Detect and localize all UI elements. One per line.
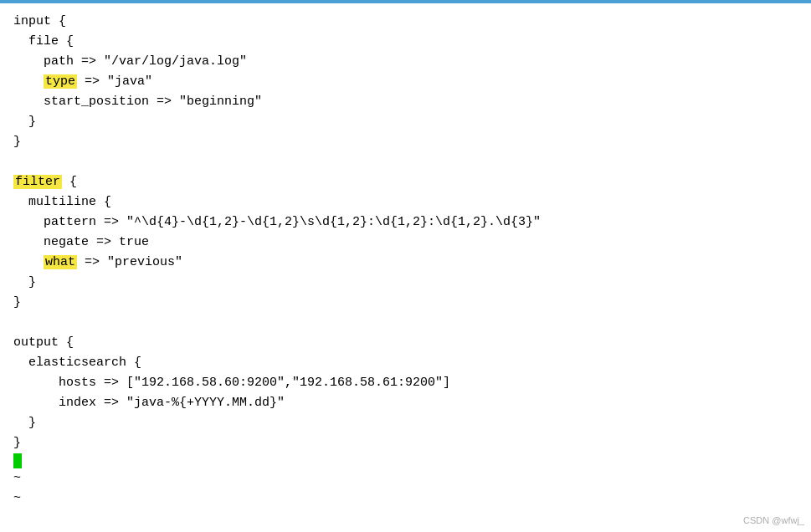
code-line-22: }	[13, 433, 798, 453]
watermark: CSDN @wfwj_	[743, 515, 804, 525]
code-line-10: multiline {	[13, 192, 798, 212]
code-line-20: index => "java-%{+YYYY.MM.dd}"	[13, 393, 798, 413]
code-line-9: filter {	[13, 172, 798, 192]
code-line-3: path => "/var/log/java.log"	[13, 52, 798, 72]
code-text: what => "previous"	[13, 253, 182, 273]
code-line-14: }	[13, 273, 798, 293]
code-text: }	[13, 293, 21, 313]
code-line-6: }	[13, 112, 798, 132]
code-text: file {	[13, 32, 74, 52]
code-text: pattern => "^\d{4}-\d{1,2}-\d{1,2}\s\d{1…	[13, 212, 541, 233]
code-text: path => "/var/log/java.log"	[13, 52, 247, 72]
code-text: input {	[13, 12, 66, 32]
code-line-13: what => "previous"	[13, 253, 798, 273]
code-text: hosts => ["192.168.58.60:9200","192.168.…	[13, 373, 450, 393]
code-text: }	[13, 273, 36, 293]
code-text	[13, 152, 21, 172]
code-text: type => "java"	[13, 72, 152, 92]
code-text: }	[13, 132, 21, 152]
cursor-block	[13, 453, 22, 468]
highlight-type: type	[44, 74, 77, 89]
code-text	[13, 313, 21, 333]
code-line-21: }	[13, 413, 798, 433]
code-line-11: pattern => "^\d{4}-\d{1,2}-\d{1,2}\s\d{1…	[13, 212, 798, 233]
cursor-line	[13, 453, 798, 468]
tilde-line-2: ~	[13, 489, 798, 509]
code-line-12: negate => true	[13, 233, 798, 253]
highlight-filter: filter	[13, 175, 62, 189]
code-text: output {	[13, 333, 74, 353]
code-line-1: input {	[13, 12, 798, 32]
code-text: start_position => "beginning"	[13, 92, 262, 112]
code-text: elasticsearch {	[13, 353, 141, 373]
code-text: multiline {	[13, 192, 111, 212]
code-line-5: start_position => "beginning"	[13, 92, 798, 112]
code-line-18: elasticsearch {	[13, 353, 798, 373]
code-line-8	[13, 152, 798, 172]
tilde-line-1: ~	[13, 468, 798, 489]
code-line-19: hosts => ["192.168.58.60:9200","192.168.…	[13, 373, 798, 393]
code-container: input { file { path => "/var/log/java.lo…	[0, 3, 811, 532]
code-text: }	[13, 112, 36, 132]
code-line-4: type => "java"	[13, 72, 798, 92]
code-line-17: output {	[13, 333, 798, 353]
code-text: }	[13, 433, 21, 453]
code-line-7: }	[13, 132, 798, 152]
code-text: negate => true	[13, 233, 149, 253]
code-text: filter {	[13, 172, 77, 192]
code-text: }	[13, 413, 36, 433]
code-line-15: }	[13, 293, 798, 313]
code-line-16	[13, 313, 798, 333]
highlight-what: what	[44, 255, 77, 269]
code-line-2: file {	[13, 32, 798, 52]
code-text: index => "java-%{+YYYY.MM.dd}"	[13, 393, 285, 413]
